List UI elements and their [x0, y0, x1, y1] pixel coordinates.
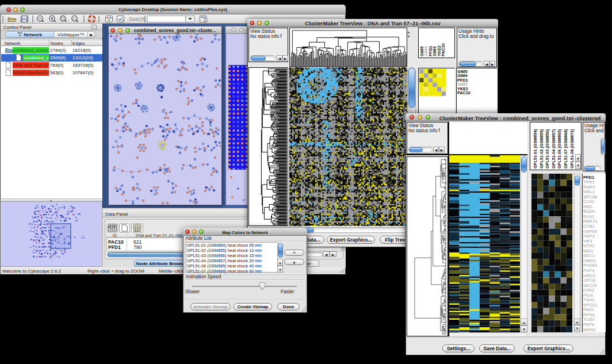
- svg-text:1:1: 1:1: [72, 17, 76, 20]
- svg-text:Search:: Search:: [129, 16, 146, 22]
